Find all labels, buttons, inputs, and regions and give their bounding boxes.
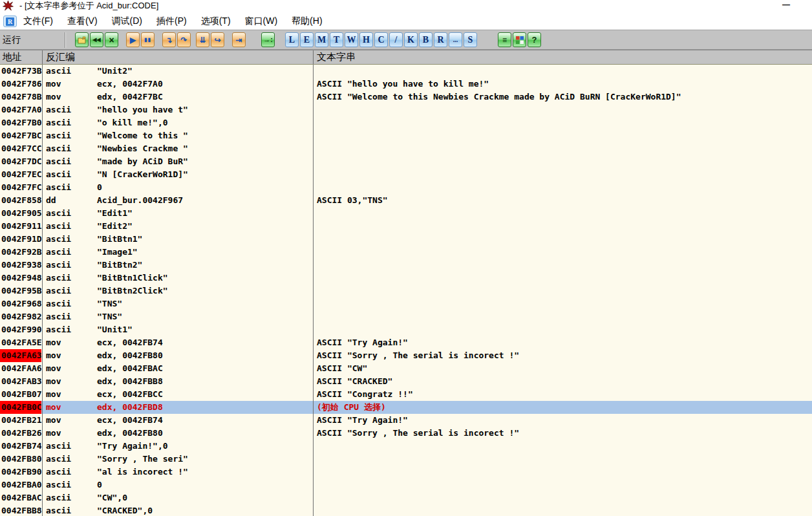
- row-mnemonic: mov: [46, 78, 61, 91]
- run-button[interactable]: ▶: [126, 32, 140, 47]
- step-into-icon: ↴: [166, 36, 172, 44]
- column-header-address[interactable]: 地址: [3, 51, 22, 63]
- table-row[interactable]: 0042F911ascii"Edit2": [0, 220, 812, 233]
- table-row[interactable]: 0042F858ddAcid_bur.0042F967ASCII 03,"TNS…: [0, 194, 812, 207]
- pause-icon: ▮▮: [144, 38, 151, 43]
- row-address: 0042FB74: [0, 440, 41, 453]
- table-row[interactable]: 0042F982ascii"TNS": [0, 310, 812, 323]
- row-address: 0042FA63: [0, 349, 41, 362]
- table-row[interactable]: 0042F7DCascii"made by ACiD BuR": [0, 155, 812, 168]
- row-address: 0042FBAC: [0, 491, 41, 504]
- table-row[interactable]: 0042FAB3movedx, 0042FBB8ASCII "CRACKED": [0, 375, 812, 388]
- row-mnemonic: ascii: [46, 116, 71, 129]
- handles-button[interactable]: H: [359, 32, 373, 47]
- column-divider[interactable]: [42, 50, 43, 64]
- table-row[interactable]: 0042FB74ascii"Try Again!",0: [0, 440, 812, 453]
- table-row[interactable]: 0042F95Bascii"BitBtn2Click": [0, 285, 812, 297]
- minimize-button[interactable]: —: [780, 0, 793, 9]
- table-row[interactable]: 0042F91Dascii"BitBtn1": [0, 233, 812, 246]
- breakpoints-button[interactable]: B: [419, 32, 433, 47]
- table-row[interactable]: 0042F92Bascii"Image1": [0, 246, 812, 259]
- menu-item-view[interactable]: 查看(V): [67, 16, 98, 27]
- row-operands: "Edit1": [97, 207, 133, 220]
- menu-item-help[interactable]: 帮助(H): [292, 16, 322, 27]
- help-button[interactable]: ?: [528, 32, 541, 47]
- pause-button[interactable]: ▮▮: [141, 32, 155, 47]
- table-row[interactable]: 0042F78Bmovedx, 0042F7BCASCII "Welcome t…: [0, 91, 812, 103]
- menu-item-debug[interactable]: 调试(D): [112, 16, 142, 27]
- patches-button[interactable]: /: [389, 32, 403, 47]
- row-mnemonic: mov: [46, 91, 61, 103]
- table-row[interactable]: 0042FBA0ascii0: [0, 478, 812, 491]
- table-row[interactable]: 0042FA63movedx, 0042FB80ASCII "Sorry , T…: [0, 349, 812, 362]
- menu-item-plugins[interactable]: 插件(P): [156, 16, 187, 27]
- table-row[interactable]: 0042FA5Emovecx, 0042FB74ASCII "Try Again…: [0, 336, 812, 349]
- cpu-button[interactable]: C: [374, 32, 388, 47]
- open-file-button[interactable]: [75, 32, 89, 47]
- toolbar: 运行 ◀◀ × ▶ ▮▮ ↴ ↷ ⇊ ↪ ⇥ →: LEMTWHC/KBR...…: [0, 30, 812, 50]
- row-mnemonic: ascii: [46, 246, 71, 259]
- execute-till-user-code-button[interactable]: →:: [261, 32, 275, 47]
- table-row[interactable]: 0042FB26movedx, 0042FB80ASCII "Sorry , T…: [0, 427, 812, 440]
- row-mnemonic: ascii: [46, 297, 71, 310]
- menu-item-options[interactable]: 选项(T): [201, 16, 231, 27]
- table-row[interactable]: 0042FBB8ascii"CRACKED",0: [0, 504, 812, 516]
- appearance-button[interactable]: [513, 32, 526, 47]
- row-address: 0042F7DC: [0, 155, 41, 168]
- table-row[interactable]: 0042F7CCascii"Newbies Crackme ": [0, 142, 812, 155]
- table-row[interactable]: 0042F948ascii"BitBtn1Click": [0, 272, 812, 285]
- windows-button[interactable]: W: [345, 32, 358, 47]
- table-row[interactable]: 0042F7BCascii"Welcome to this ": [0, 129, 812, 142]
- windows-list-button[interactable]: ≡: [498, 32, 511, 47]
- table-row[interactable]: 0042FBACascii"CW",0: [0, 491, 812, 504]
- table-row[interactable]: 0042FB90ascii"al is incorect !": [0, 466, 812, 478]
- table-row[interactable]: 0042F968ascii"TNS": [0, 297, 812, 310]
- memory-button[interactable]: M: [315, 32, 328, 47]
- execute-till-return-button[interactable]: ⇥: [232, 32, 246, 47]
- row-address: 0042FB07: [0, 388, 41, 401]
- table-row[interactable]: 0042F7A0ascii"hello you have t": [0, 103, 812, 116]
- table-row[interactable]: 0042F786movecx, 0042F7A0ASCII "hello you…: [0, 78, 812, 91]
- child-window-icon[interactable]: R: [3, 16, 17, 27]
- table-row[interactable]: 0042F938ascii"BitBtn2": [0, 259, 812, 272]
- table-row[interactable]: 0042FAA6movedx, 0042FBACASCII "CW": [0, 362, 812, 375]
- column-header-textstring[interactable]: 文本字串: [317, 51, 356, 63]
- row-operands: 0: [97, 478, 102, 491]
- table-row[interactable]: 0042F7B0ascii"o kill me!",0: [0, 116, 812, 129]
- table-row[interactable]: 0042F7FCascii0: [0, 181, 812, 194]
- source-button[interactable]: S: [464, 32, 477, 47]
- table-row[interactable]: 0042FB0Cmovedx, 0042FBD8(初始 CPU 选择): [0, 401, 812, 414]
- log-button[interactable]: L: [285, 32, 299, 47]
- run-trace-button[interactable]: ...: [449, 32, 462, 47]
- executables-button[interactable]: E: [300, 32, 314, 47]
- row-operands: "Sorry , The seri": [97, 453, 188, 466]
- menu-item-file[interactable]: 文件(F): [23, 16, 53, 27]
- threads-button[interactable]: T: [330, 32, 343, 47]
- step-over-button[interactable]: ↷: [177, 32, 191, 47]
- restart-button[interactable]: ◀◀: [90, 32, 103, 47]
- table-row[interactable]: 0042FB21movecx, 0042FB74ASCII "Try Again…: [0, 414, 812, 427]
- column-divider[interactable]: [313, 50, 314, 64]
- table-row[interactable]: 0042FB80ascii"Sorry , The seri": [0, 453, 812, 466]
- row-address: 0042F92B: [0, 246, 41, 259]
- row-operands: edx, 0042FB80: [97, 349, 163, 362]
- call-stack-button[interactable]: K: [404, 32, 418, 47]
- table-row[interactable]: 0042F7ECascii"N [CracKerWoR1D]": [0, 168, 812, 181]
- row-string: ASCII "hello you have to kill me!": [317, 78, 489, 91]
- menu-item-window[interactable]: 窗口(W): [245, 16, 278, 27]
- row-string: ASCII "Sorry , The serial is incorect !": [317, 349, 519, 362]
- column-header-disassembly[interactable]: 反汇编: [46, 51, 75, 63]
- row-operands: "CW",0: [97, 491, 127, 504]
- references-button[interactable]: R: [434, 32, 447, 47]
- animate-into-button[interactable]: ⇊: [196, 32, 209, 47]
- step-into-button[interactable]: ↴: [162, 32, 176, 47]
- row-operands: "N [CracKerWoR1D]": [97, 168, 188, 181]
- row-address: 0042FB90: [0, 466, 41, 478]
- table-row[interactable]: 0042F990ascii"Unit1": [0, 323, 812, 336]
- close-program-button[interactable]: ×: [105, 32, 118, 47]
- table-row[interactable]: 0042F905ascii"Edit1": [0, 207, 812, 220]
- table-row[interactable]: 0042FB07movecx, 0042FBCCASCII "Congratz …: [0, 388, 812, 401]
- row-mnemonic: mov: [46, 401, 61, 414]
- table-row[interactable]: 0042F73Bascii"Unit2": [0, 65, 812, 78]
- animate-over-button[interactable]: ↪: [211, 32, 224, 47]
